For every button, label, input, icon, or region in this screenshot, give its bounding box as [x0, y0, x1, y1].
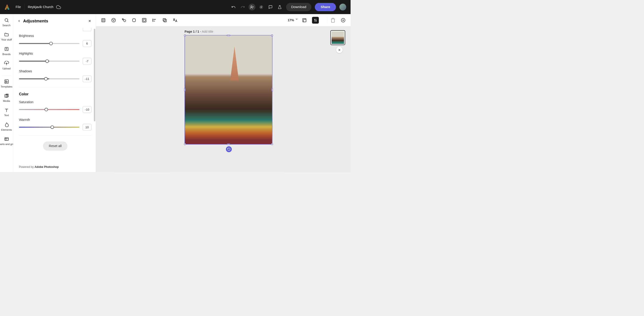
rail-templates[interactable]: Templates — [0, 79, 13, 88]
translate-icon[interactable] — [172, 18, 178, 23]
delete-icon[interactable] — [330, 18, 336, 23]
zoom-level[interactable]: 17% — [288, 18, 294, 22]
media-icon — [4, 94, 9, 99]
duplicate-icon[interactable] — [162, 18, 167, 23]
saturation-label: Saturation — [19, 100, 92, 104]
svg-point-31 — [124, 20, 126, 22]
rail-text[interactable]: Text — [0, 108, 13, 117]
svg-rect-33 — [142, 18, 146, 22]
comments-icon[interactable] — [267, 4, 274, 10]
context-toolbar: 17% — [96, 14, 350, 26]
adjust-toggle-icon[interactable] — [312, 17, 319, 24]
resize-handle-br[interactable] — [271, 143, 273, 145]
section-divider — [19, 87, 92, 87]
warmth-row: Warmth 10 — [19, 118, 92, 130]
resize-handle-l[interactable] — [184, 88, 185, 92]
header-divider — [24, 4, 24, 10]
svg-rect-32 — [132, 19, 136, 22]
rail-charts[interactable]: Charts and grids — [0, 137, 13, 145]
highlights-value[interactable]: -7 — [83, 58, 92, 65]
cloud-sync-icon[interactable] — [56, 5, 61, 10]
shadows-row: Shadows -11 — [19, 69, 92, 82]
selected-image[interactable] — [184, 35, 272, 145]
help-icon[interactable] — [258, 4, 264, 10]
resize-handle-tr[interactable] — [271, 35, 273, 37]
thumbnail-close-button[interactable] — [336, 47, 342, 53]
brightness-slider[interactable] — [19, 43, 80, 44]
rail-elements[interactable]: Elements — [0, 122, 13, 131]
invite-button[interactable] — [248, 4, 255, 10]
shadows-slider[interactable] — [19, 78, 80, 79]
elements-icon — [4, 122, 9, 127]
highlights-label: Highlights — [19, 52, 92, 56]
adobe-logo[interactable] — [4, 5, 10, 10]
add-page-icon[interactable] — [340, 18, 346, 23]
rail-search[interactable]: Search — [0, 18, 13, 27]
brightness-row: Brightness 6 — [19, 34, 92, 47]
svg-point-29 — [113, 21, 114, 21]
svg-point-5 — [5, 19, 8, 22]
zoom-dropdown-icon[interactable] — [295, 18, 298, 23]
rail-upload[interactable]: Upload — [0, 61, 13, 70]
rail-media[interactable]: Media — [0, 94, 13, 103]
opacity-icon[interactable] — [132, 18, 137, 23]
left-rail: Search Your stuff Brands Upload Template… — [0, 14, 13, 172]
crop-icon[interactable] — [101, 18, 106, 23]
svg-point-42 — [314, 19, 315, 20]
file-menu[interactable]: File — [16, 5, 21, 9]
effects-icon[interactable] — [111, 18, 116, 23]
rail-label: Your stuff — [1, 38, 12, 41]
svg-point-25 — [104, 21, 104, 21]
brand-icon — [4, 47, 9, 52]
align-icon[interactable] — [152, 18, 157, 23]
download-button[interactable]: Download — [286, 3, 312, 11]
redo-button[interactable] — [239, 4, 246, 10]
warmth-slider[interactable] — [19, 127, 80, 128]
beaker-icon[interactable] — [276, 4, 283, 10]
svg-rect-34 — [143, 19, 145, 21]
share-button[interactable]: Share — [315, 3, 336, 11]
shadows-value[interactable]: -11 — [83, 75, 92, 82]
document-title[interactable]: Reykjavik Church — [28, 5, 53, 9]
page-number: Page 1 / 1 — [184, 30, 199, 33]
reset-all-button[interactable]: Reset all — [43, 141, 67, 151]
resize-handle-b[interactable] — [227, 144, 230, 145]
resize-handle-t[interactable] — [227, 35, 230, 36]
add-title-prompt[interactable]: Add title — [202, 30, 213, 33]
svg-rect-38 — [164, 19, 166, 22]
svg-rect-16 — [5, 138, 8, 141]
mask-icon[interactable] — [142, 18, 147, 23]
brightness-value[interactable]: 6 — [83, 40, 92, 47]
highlights-slider[interactable] — [19, 61, 80, 62]
rail-your-stuff[interactable]: Your stuff — [0, 32, 13, 41]
rail-label: Elements — [1, 128, 12, 131]
panel-close-button[interactable] — [88, 19, 92, 23]
rail-brands[interactable]: Brands — [0, 47, 13, 56]
panel-title: Adjustments — [23, 19, 88, 23]
panel-scrollbar[interactable] — [94, 29, 96, 121]
saturation-slider[interactable] — [19, 109, 80, 110]
page-thumbnail[interactable] — [330, 30, 345, 45]
folder-icon — [4, 32, 9, 37]
saturation-value[interactable]: -10 — [83, 106, 92, 113]
user-avatar[interactable] — [340, 4, 346, 10]
panel-back-button[interactable] — [18, 19, 20, 22]
layers-icon[interactable] — [302, 18, 307, 23]
brightness-label: Brightness — [19, 34, 92, 38]
undo-button[interactable] — [230, 4, 237, 10]
templates-icon — [4, 79, 9, 84]
resize-handle-tl[interactable] — [184, 35, 186, 37]
svg-rect-7 — [5, 48, 8, 51]
resize-handle-bl[interactable] — [184, 143, 186, 145]
page-label[interactable]: Page 1 / 1 - Add title — [184, 30, 213, 34]
resize-handle-r[interactable] — [272, 88, 273, 92]
svg-point-3 — [261, 7, 262, 8]
text-icon — [4, 108, 9, 113]
warmth-value[interactable]: 10 — [83, 124, 92, 130]
search-icon — [4, 18, 9, 23]
remove-bg-icon[interactable] — [121, 18, 126, 23]
section-divider — [19, 135, 92, 136]
adjustments-panel: Adjustments Brightness 6 Highlights -7 — [13, 14, 96, 172]
svg-point-0 — [251, 6, 252, 7]
revert-button[interactable] — [226, 146, 232, 152]
